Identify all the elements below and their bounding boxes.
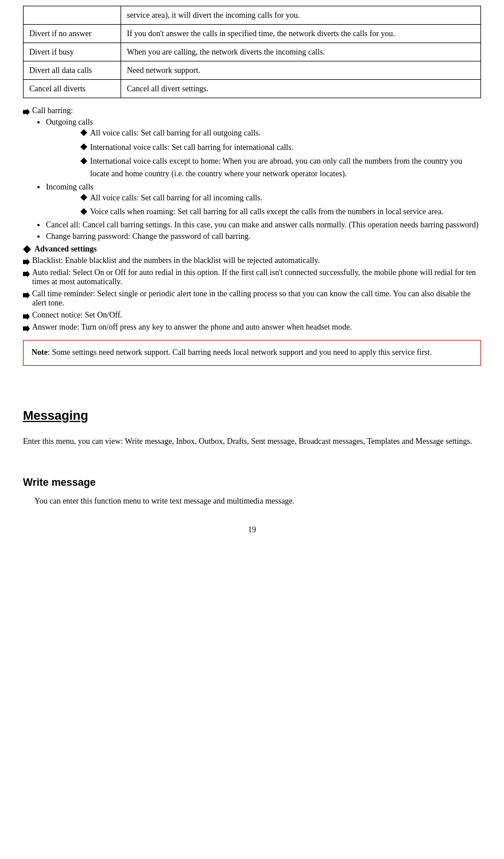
write-message-heading: Write message	[23, 477, 481, 489]
table-cell-label: Divert all data calls	[24, 61, 121, 80]
messaging-intro: Enter this menu, you can view: Write mes…	[23, 435, 481, 448]
diamond-item-5: Voice calls when roaming: Set call barri…	[80, 206, 481, 218]
table-cell-label: Divert if no answer	[24, 25, 121, 43]
answer-mode-item: Answer mode: Turn on/off press any key t…	[23, 323, 481, 332]
diamond-icon	[80, 194, 87, 201]
table-cell-value: If you don't answer the calls in specifi…	[121, 25, 481, 43]
change-password-item: Change barring password: Change the pass…	[46, 232, 481, 241]
blacklist-item: Blacklist: Enable blacklist and the numb…	[23, 256, 481, 265]
connect-notice-item: Connect notice: Set On/Off.	[23, 311, 481, 320]
table-row: Divert all data calls Need network suppo…	[24, 61, 481, 80]
diamond-icon	[80, 157, 87, 164]
table-cell-label: Cancel all diverts	[24, 80, 121, 98]
advanced-settings-section: Advanced settings Blacklist: Enable blac…	[23, 245, 481, 332]
arrow-icon	[23, 325, 30, 332]
arrow-icon	[23, 313, 30, 320]
note-label: Note	[32, 348, 48, 357]
call-barring-heading-row: Call barring:	[23, 106, 481, 115]
table-row: Divert if no answer If you don't answer …	[24, 25, 481, 43]
table-cell-value: service area), it will divert the incomi…	[121, 6, 481, 25]
arrow-icon	[23, 109, 30, 115]
advanced-settings-header: Advanced settings	[23, 245, 481, 254]
table-cell-label	[24, 6, 121, 25]
diamond-icon	[80, 144, 87, 150]
cancel-all-item: Cancel all: Cancel call barring settings…	[46, 220, 481, 230]
call-divert-table: service area), it will divert the incomi…	[23, 6, 481, 98]
table-cell-value: When you are calling, the network divert…	[121, 43, 481, 61]
diamond-item-2: International voice calls: Set call barr…	[80, 141, 481, 154]
messaging-heading: Messaging	[23, 408, 481, 423]
arrow-icon	[23, 292, 30, 299]
diamond-item-1: All voice calls: Set call barring for al…	[80, 127, 481, 140]
diamond-icon	[80, 129, 87, 136]
call-time-reminder-item: Call time reminder: Select single or per…	[23, 289, 481, 308]
note-text: : Some settings need network support. Ca…	[48, 348, 432, 357]
table-cell-label: Divert if busy	[24, 43, 121, 61]
arrow-icon	[23, 258, 30, 265]
arrow-icon	[23, 270, 30, 277]
call-barring-section: Call barring: Outgoing calls All voice c…	[23, 106, 481, 241]
diamond-icon	[80, 208, 87, 215]
table-cell-value: Need network support.	[121, 61, 481, 80]
table-row: service area), it will divert the incomi…	[24, 6, 481, 25]
write-message-text: You can enter this function menu to writ…	[34, 494, 481, 508]
auto-redial-item: Auto redial: Select On or Off for auto r…	[23, 268, 481, 287]
table-cell-value: Cancel all divert settings.	[121, 80, 481, 98]
table-row: Cancel all diverts Cancel all divert set…	[24, 80, 481, 98]
diamond-item-3: International voice calls except to home…	[80, 155, 481, 180]
call-barring-heading: Call barring:	[32, 106, 481, 115]
call-barring-list: Outgoing calls All voice calls: Set call…	[46, 118, 481, 241]
table-row: Divert if busy When you are calling, the…	[24, 43, 481, 61]
outgoing-calls-item: Outgoing calls All voice calls: Set call…	[46, 118, 481, 180]
incoming-calls-item: Incoming calls All voice calls: Set call…	[46, 183, 481, 218]
note-box: Note: Some settings need network support…	[23, 340, 481, 365]
diamond-item-4: All voice calls: Set call barring for al…	[80, 192, 481, 204]
diamond-large-icon	[23, 245, 31, 253]
page-number: 19	[23, 525, 481, 535]
advanced-settings-label: Advanced settings	[34, 245, 97, 254]
